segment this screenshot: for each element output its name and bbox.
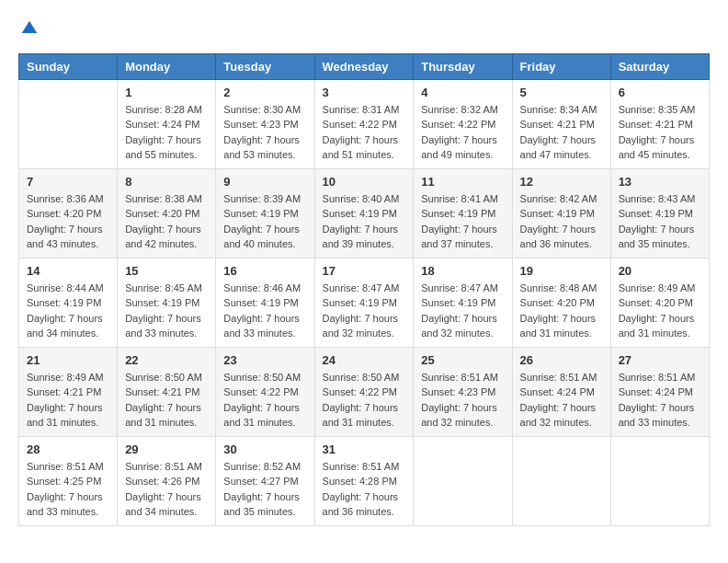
weekday-header: Saturday	[610, 53, 709, 79]
sunrise-time: Sunrise: 8:47 AM	[323, 282, 400, 293]
calendar-day-cell: 26 Sunrise: 8:51 AM Sunset: 4:24 PM Dayl…	[512, 347, 610, 436]
sunset-time: Sunset: 4:20 PM	[27, 208, 101, 219]
daylight-hours: Daylight: 7 hours and 31 minutes.	[619, 313, 695, 339]
day-info: Sunrise: 8:38 AM Sunset: 4:20 PM Dayligh…	[125, 191, 208, 252]
day-info: Sunrise: 8:51 AM Sunset: 4:24 PM Dayligh…	[520, 370, 603, 431]
day-number: 12	[520, 175, 603, 189]
day-info: Sunrise: 8:47 AM Sunset: 4:19 PM Dayligh…	[421, 281, 504, 341]
calendar-day-cell: 16 Sunrise: 8:46 AM Sunset: 4:19 PM Dayl…	[216, 258, 314, 347]
calendar-day-cell	[19, 79, 118, 168]
day-number: 30	[223, 442, 306, 456]
sunrise-time: Sunrise: 8:51 AM	[27, 461, 104, 472]
daylight-hours: Daylight: 7 hours and 36 minutes.	[520, 224, 597, 250]
day-info: Sunrise: 8:49 AM Sunset: 4:21 PM Dayligh…	[27, 370, 109, 431]
calendar-day-cell	[512, 436, 610, 525]
daylight-hours: Daylight: 7 hours and 34 minutes.	[125, 491, 201, 518]
sunset-time: Sunset: 4:21 PM	[27, 386, 101, 397]
daylight-hours: Daylight: 7 hours and 31 minutes.	[223, 402, 300, 429]
day-info: Sunrise: 8:32 AM Sunset: 4:22 PM Dayligh…	[421, 102, 504, 163]
calendar-day-cell: 13 Sunrise: 8:43 AM Sunset: 4:19 PM Dayl…	[610, 168, 709, 258]
sunset-time: Sunset: 4:22 PM	[323, 386, 397, 397]
daylight-hours: Daylight: 7 hours and 33 minutes.	[223, 313, 300, 339]
calendar-day-cell: 22 Sunrise: 8:50 AM Sunset: 4:21 PM Dayl…	[118, 347, 216, 436]
daylight-hours: Daylight: 7 hours and 49 minutes.	[421, 134, 497, 161]
daylight-hours: Daylight: 7 hours and 34 minutes.	[27, 313, 103, 339]
sunset-time: Sunset: 4:27 PM	[223, 476, 298, 487]
calendar-day-cell: 10 Sunrise: 8:40 AM Sunset: 4:19 PM Dayl…	[314, 168, 414, 258]
sunrise-time: Sunrise: 8:28 AM	[125, 104, 202, 115]
daylight-hours: Daylight: 7 hours and 55 minutes.	[125, 134, 201, 161]
sunset-time: Sunset: 4:20 PM	[125, 208, 199, 219]
sunrise-time: Sunrise: 8:45 AM	[125, 282, 202, 293]
calendar-day-cell: 19 Sunrise: 8:48 AM Sunset: 4:20 PM Dayl…	[512, 258, 610, 347]
sunset-time: Sunset: 4:23 PM	[421, 386, 495, 397]
daylight-hours: Daylight: 7 hours and 36 minutes.	[323, 491, 399, 518]
calendar-day-cell: 11 Sunrise: 8:41 AM Sunset: 4:19 PM Dayl…	[414, 168, 512, 258]
daylight-hours: Daylight: 7 hours and 35 minutes.	[619, 224, 695, 250]
sunrise-time: Sunrise: 8:50 AM	[125, 372, 202, 383]
calendar-day-cell: 24 Sunrise: 8:50 AM Sunset: 4:22 PM Dayl…	[314, 347, 414, 436]
sunset-time: Sunset: 4:22 PM	[223, 386, 298, 397]
day-info: Sunrise: 8:51 AM Sunset: 4:26 PM Dayligh…	[125, 459, 208, 520]
day-number: 24	[323, 353, 406, 367]
day-info: Sunrise: 8:50 AM Sunset: 4:22 PM Dayligh…	[323, 370, 406, 431]
daylight-hours: Daylight: 7 hours and 32 minutes.	[421, 313, 497, 339]
sunrise-time: Sunrise: 8:51 AM	[323, 461, 400, 472]
day-number: 21	[27, 353, 109, 367]
sunrise-time: Sunrise: 8:36 AM	[27, 193, 104, 204]
daylight-hours: Daylight: 7 hours and 32 minutes.	[421, 402, 497, 429]
day-number: 14	[27, 264, 109, 278]
calendar-day-cell: 3 Sunrise: 8:31 AM Sunset: 4:22 PM Dayli…	[314, 79, 414, 168]
sunset-time: Sunset: 4:19 PM	[27, 297, 101, 308]
calendar-day-cell: 18 Sunrise: 8:47 AM Sunset: 4:19 PM Dayl…	[414, 258, 512, 347]
sunset-time: Sunset: 4:22 PM	[323, 119, 397, 130]
weekday-header: Thursday	[414, 53, 512, 79]
sunrise-time: Sunrise: 8:51 AM	[619, 372, 696, 383]
day-info: Sunrise: 8:39 AM Sunset: 4:19 PM Dayligh…	[223, 191, 306, 252]
calendar-day-cell: 31 Sunrise: 8:51 AM Sunset: 4:28 PM Dayl…	[314, 436, 414, 525]
sunset-time: Sunset: 4:21 PM	[520, 119, 595, 130]
sunrise-time: Sunrise: 8:32 AM	[421, 104, 498, 115]
day-number: 16	[223, 264, 306, 278]
sunset-time: Sunset: 4:25 PM	[27, 476, 101, 487]
daylight-hours: Daylight: 7 hours and 45 minutes.	[619, 134, 695, 161]
sunrise-time: Sunrise: 8:42 AM	[520, 193, 597, 204]
sunrise-time: Sunrise: 8:35 AM	[619, 104, 696, 115]
calendar-day-cell	[414, 436, 512, 525]
sunset-time: Sunset: 4:26 PM	[125, 476, 199, 487]
day-info: Sunrise: 8:42 AM Sunset: 4:19 PM Dayligh…	[520, 191, 603, 252]
svg-marker-0	[22, 20, 38, 32]
day-number: 2	[223, 86, 306, 99]
sunset-time: Sunset: 4:24 PM	[520, 386, 595, 397]
daylight-hours: Daylight: 7 hours and 32 minutes.	[323, 313, 399, 339]
day-info: Sunrise: 8:43 AM Sunset: 4:19 PM Dayligh…	[619, 191, 701, 252]
sunrise-time: Sunrise: 8:48 AM	[520, 282, 597, 293]
sunrise-time: Sunrise: 8:40 AM	[323, 193, 400, 204]
sunset-time: Sunset: 4:20 PM	[619, 297, 693, 308]
calendar-day-cell: 14 Sunrise: 8:44 AM Sunset: 4:19 PM Dayl…	[19, 258, 118, 347]
day-info: Sunrise: 8:35 AM Sunset: 4:21 PM Dayligh…	[619, 102, 701, 163]
day-info: Sunrise: 8:51 AM Sunset: 4:25 PM Dayligh…	[27, 459, 109, 520]
sunset-time: Sunset: 4:21 PM	[619, 119, 693, 130]
calendar-day-cell: 2 Sunrise: 8:30 AM Sunset: 4:23 PM Dayli…	[216, 79, 314, 168]
calendar-day-cell: 4 Sunrise: 8:32 AM Sunset: 4:22 PM Dayli…	[414, 79, 512, 168]
daylight-hours: Daylight: 7 hours and 35 minutes.	[223, 491, 300, 518]
daylight-hours: Daylight: 7 hours and 32 minutes.	[520, 402, 597, 429]
sunset-time: Sunset: 4:19 PM	[421, 297, 495, 308]
sunset-time: Sunset: 4:24 PM	[125, 119, 199, 130]
calendar-day-cell: 28 Sunrise: 8:51 AM Sunset: 4:25 PM Dayl…	[19, 436, 118, 525]
calendar-day-cell: 20 Sunrise: 8:49 AM Sunset: 4:20 PM Dayl…	[610, 258, 709, 347]
weekday-header: Monday	[118, 53, 216, 79]
sunset-time: Sunset: 4:28 PM	[323, 476, 397, 487]
day-info: Sunrise: 8:31 AM Sunset: 4:22 PM Dayligh…	[323, 102, 406, 163]
day-info: Sunrise: 8:41 AM Sunset: 4:19 PM Dayligh…	[421, 191, 504, 252]
sunrise-time: Sunrise: 8:49 AM	[27, 372, 104, 383]
day-info: Sunrise: 8:47 AM Sunset: 4:19 PM Dayligh…	[323, 281, 406, 341]
sunrise-time: Sunrise: 8:43 AM	[619, 193, 696, 204]
sunset-time: Sunset: 4:22 PM	[421, 119, 495, 130]
sunrise-time: Sunrise: 8:34 AM	[520, 104, 597, 115]
daylight-hours: Daylight: 7 hours and 33 minutes.	[125, 313, 201, 339]
sunrise-time: Sunrise: 8:39 AM	[223, 193, 301, 204]
day-number: 11	[421, 175, 504, 189]
calendar-day-cell: 25 Sunrise: 8:51 AM Sunset: 4:23 PM Dayl…	[414, 347, 512, 436]
